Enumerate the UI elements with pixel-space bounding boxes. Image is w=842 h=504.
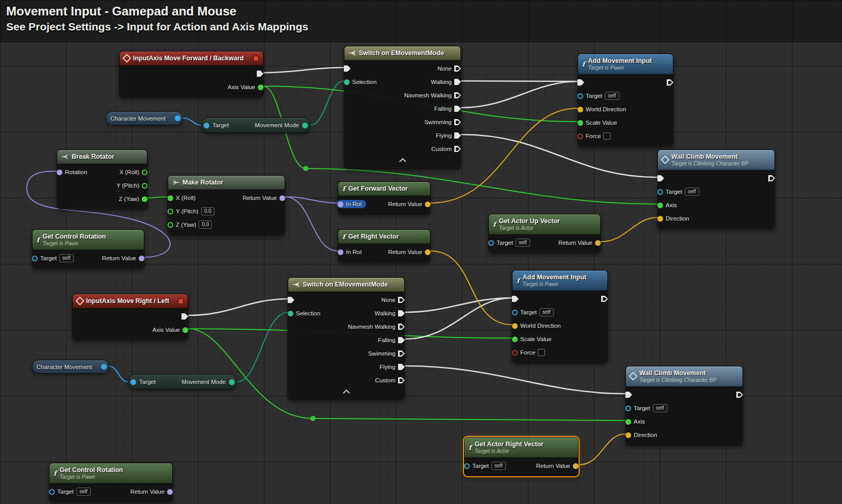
return-value-pin[interactable] — [167, 489, 173, 495]
z-yaw-value-box[interactable]: 0.0 — [199, 221, 212, 229]
node-wall-climb-movement-2[interactable]: Wall Climb Movement Target is Climbing C… — [625, 366, 743, 445]
wire-rotator-makerotator-to-forwardvector[interactable] — [285, 197, 338, 203]
wire-enum-movementmode2-to-selection2[interactable] — [237, 312, 288, 382]
y-pitch-value-box[interactable]: 0.0 — [201, 207, 214, 215]
node-get-actor-up-vector[interactable]: f Get Actor Up Vector Target is Actor Ta… — [488, 214, 601, 253]
node-add-movement-input-1[interactable]: f Add Movement Input Target is Pawn Targ… — [577, 54, 673, 146]
case-swimming-pin[interactable] — [398, 350, 405, 357]
target-pin[interactable] — [49, 489, 55, 495]
case-navmesh-walking-pin[interactable] — [454, 92, 461, 98]
exec-in-pin[interactable] — [625, 392, 632, 398]
in-rot-pin[interactable] — [338, 201, 343, 207]
case-custom-pin[interactable] — [398, 377, 405, 383]
direction-pin[interactable] — [657, 216, 663, 222]
wire-vector-actorright-to-wallclimb2-direction[interactable] — [579, 434, 625, 465]
movement-mode-out-pin[interactable] — [229, 379, 235, 385]
selection-pin[interactable] — [344, 79, 350, 85]
target-self-box[interactable]: self — [76, 488, 91, 496]
node-make-rotator[interactable]: Make Rotator X (Roll) Return Value Y (Pi… — [168, 175, 285, 235]
node-get-control-rotation-1[interactable]: f Get Control Rotation Target is Pawn Ta… — [32, 229, 144, 268]
wire-object-charmove2-to-target2[interactable] — [109, 366, 128, 382]
wire-rotator-makerotator-to-rightvector[interactable] — [285, 197, 338, 251]
exec-out-pin[interactable] — [736, 392, 743, 398]
target-self-box[interactable]: self — [516, 239, 530, 247]
node-add-movement-input-2[interactable]: f Add Movement Input Target is Pawn Targ… — [512, 270, 608, 363]
node-get-forward-vector[interactable]: f Get Forward Vector In Rot Return Value — [338, 181, 431, 214]
wire-float-reroute2-to-wallclimb2-axis[interactable] — [313, 418, 625, 421]
case-walking-pin[interactable] — [398, 310, 405, 316]
target-pin[interactable] — [130, 379, 136, 385]
target-self-box[interactable]: self — [605, 92, 619, 100]
node-get-movement-mode-2[interactable]: Target Movement Mode — [128, 374, 237, 390]
x-roll-pin[interactable] — [142, 170, 147, 175]
return-value-pin[interactable] — [425, 249, 431, 255]
node-break-rotator[interactable]: Break Rotator Rotation X (Roll) Y (Pitch… — [57, 149, 147, 209]
collapse-chevron-icon[interactable] — [344, 156, 460, 165]
character-movement-out-pin[interactable] — [175, 115, 180, 121]
node-get-control-rotation-2[interactable]: f Get Control Rotation Target is Pawn Ta… — [49, 463, 173, 502]
target-pin[interactable] — [464, 463, 470, 469]
movement-mode-out-pin[interactable] — [302, 123, 308, 128]
node-inputaxis-move-right-left[interactable]: InputAxis Move Right / Left Axis Value — [72, 294, 188, 340]
wire-vector-actorup-to-wallclimb1-direction[interactable] — [601, 217, 657, 242]
exec-in-pin[interactable] — [577, 79, 584, 86]
node-get-movement-mode-1[interactable]: Target Movement Mode — [201, 117, 310, 133]
target-self-box[interactable]: self — [685, 188, 699, 196]
reroute-node-2[interactable] — [310, 416, 316, 421]
target-self-box[interactable]: self — [539, 308, 554, 316]
z-yaw-pin[interactable] — [142, 196, 147, 202]
node-inputaxis-move-forward-backward[interactable]: InputAxis Move Forward / Backward Axis V… — [119, 51, 263, 97]
exec-out-pin[interactable] — [257, 71, 263, 77]
y-pitch-pin[interactable] — [142, 183, 147, 189]
target-pin[interactable] — [657, 189, 663, 195]
wire-exec-falling1-to-addmove1[interactable] — [461, 81, 577, 108]
case-none-pin[interactable] — [398, 297, 405, 303]
case-walking-pin[interactable] — [454, 79, 461, 85]
world-direction-pin[interactable] — [512, 323, 518, 329]
wire-enum-movementmode1-to-selection1[interactable] — [310, 81, 344, 125]
target-self-box[interactable]: self — [491, 462, 506, 470]
axis-pin[interactable] — [625, 419, 631, 425]
exec-in-pin[interactable] — [657, 175, 664, 181]
character-movement-out-pin[interactable] — [101, 364, 107, 369]
force-checkbox[interactable] — [603, 132, 610, 140]
scale-value-pin[interactable] — [512, 337, 518, 342]
z-yaw-pin[interactable] — [168, 222, 173, 228]
target-pin[interactable] — [204, 123, 209, 128]
force-pin[interactable] — [512, 350, 518, 356]
rotation-pin[interactable] — [57, 170, 62, 175]
node-get-actor-right-vector[interactable]: f Get Actor Right Vector Target is Actor… — [464, 437, 579, 476]
exec-in-pin[interactable] — [288, 297, 294, 303]
target-pin[interactable] — [32, 256, 38, 261]
case-falling-pin[interactable] — [398, 337, 405, 343]
return-value-pin[interactable] — [573, 463, 579, 469]
case-custom-pin[interactable] — [454, 146, 461, 152]
axis-value-pin[interactable] — [183, 327, 188, 333]
target-self-box[interactable]: self — [59, 254, 74, 262]
blueprint-canvas[interactable]: Movement Input - Gamepad and Mouse See P… — [0, 0, 842, 504]
node-character-movement-1[interactable]: Character Movement — [106, 111, 183, 125]
node-wall-climb-movement-1[interactable]: Wall Climb Movement Target is Climbing C… — [657, 149, 775, 229]
exec-in-pin[interactable] — [344, 65, 351, 72]
scale-value-pin[interactable] — [577, 120, 583, 126]
node-switch-emovementmode-2[interactable]: Switch on EMovementMode None Selection W… — [288, 277, 405, 400]
case-flying-pin[interactable] — [454, 132, 461, 139]
case-swimming-pin[interactable] — [454, 119, 461, 125]
selection-pin[interactable] — [288, 311, 293, 316]
exec-out-pin[interactable] — [181, 313, 188, 320]
wire-exec-inputright-to-switch2[interactable] — [188, 299, 288, 315]
in-rot-pin[interactable] — [338, 249, 343, 255]
target-pin[interactable] — [625, 406, 631, 411]
wire-float-breakz-to-makex[interactable] — [147, 197, 168, 198]
return-value-pin[interactable] — [139, 256, 144, 261]
case-navmesh-walking-pin[interactable] — [398, 324, 405, 330]
force-pin[interactable] — [577, 133, 583, 139]
exec-out-pin[interactable] — [667, 79, 673, 86]
target-pin[interactable] — [577, 93, 583, 99]
reroute-node-1[interactable] — [303, 166, 308, 171]
collapse-chevron-icon[interactable] — [288, 387, 404, 396]
target-pin[interactable] — [488, 240, 494, 246]
axis-pin[interactable] — [657, 203, 663, 208]
return-value-pin[interactable] — [595, 240, 601, 246]
force-checkbox[interactable] — [538, 349, 545, 356]
